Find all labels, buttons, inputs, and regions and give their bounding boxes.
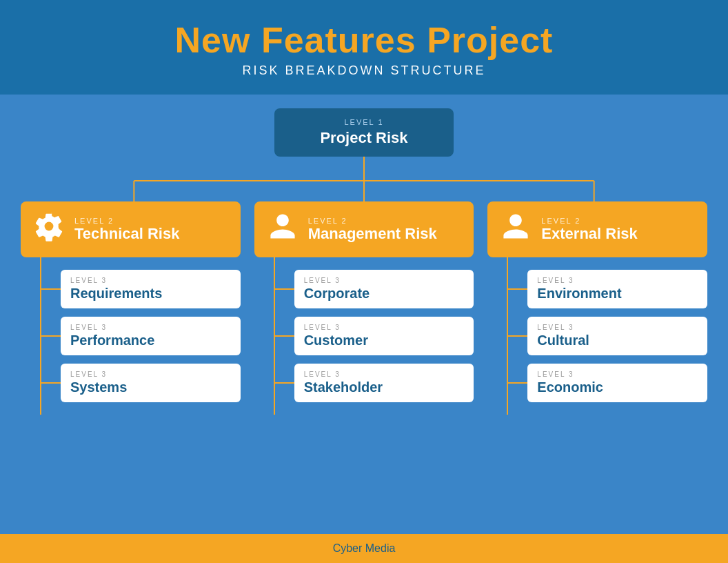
footer-text: Cyber Media <box>333 542 396 554</box>
level3-performance-label: LEVEL 3 <box>70 324 231 331</box>
tree-wrapper: LEVEL 1 Project Risk <box>21 108 707 415</box>
level1-label: LEVEL 1 <box>302 118 426 126</box>
level2-external-text: LEVEL 2 External Risk <box>541 217 637 243</box>
level3-requirements-title: Requirements <box>70 286 162 301</box>
list-item: LEVEL 3 Stakeholder <box>275 364 474 402</box>
external-children-area: LEVEL 3 Environment LEVEL 3 Cultural <box>487 257 707 415</box>
footer: Cyber Media <box>0 534 728 563</box>
person-icon-external <box>498 211 533 248</box>
level3-customer-title: Customer <box>304 333 368 348</box>
level2-node-management: LEVEL 2 Management Risk <box>254 201 474 257</box>
level3-customer-label: LEVEL 3 <box>304 324 465 331</box>
list-item: LEVEL 3 Corporate <box>275 270 474 308</box>
list-item: LEVEL 3 Cultural <box>508 317 707 355</box>
level2-node-technical: LEVEL 2 Technical Risk <box>21 201 241 257</box>
horiz-tick <box>41 382 61 384</box>
person-icon <box>265 211 300 248</box>
horiz-tick <box>508 382 527 384</box>
level2-management-title: Management Risk <box>308 225 437 242</box>
management-children-list: LEVEL 3 Corporate LEVEL 3 Customer <box>275 257 474 415</box>
level2-external-title: External Risk <box>541 225 637 242</box>
level2-management-text: LEVEL 2 Management Risk <box>308 217 437 243</box>
level3-economic-title: Economic <box>537 379 603 395</box>
level2-technical-title: Technical Risk <box>74 225 179 242</box>
level3-node-customer: LEVEL 3 Customer <box>294 317 474 355</box>
technical-children-area: LEVEL 3 Requirements LEVEL 3 Performance <box>21 257 241 415</box>
level3-environment-title: Environment <box>537 286 621 301</box>
connector-svg <box>21 157 707 201</box>
level3-corporate-label: LEVEL 3 <box>304 277 465 284</box>
horiz-tick <box>508 288 527 290</box>
horiz-tick <box>275 335 294 337</box>
gear-icon <box>32 211 66 248</box>
level2-technical-text: LEVEL 2 Technical Risk <box>74 217 179 243</box>
level3-node-stakeholder: LEVEL 3 Stakeholder <box>294 364 474 402</box>
level3-node-environment: LEVEL 3 Environment <box>527 270 707 308</box>
list-item: LEVEL 3 Systems <box>41 364 241 402</box>
page-subtitle: RISK BREAKDOWN STRUCTURE <box>0 63 728 78</box>
list-item: LEVEL 3 Performance <box>41 317 241 355</box>
horiz-tick <box>508 335 527 337</box>
level1-node: LEVEL 1 Project Risk <box>274 108 454 157</box>
list-item: LEVEL 3 Customer <box>275 317 474 355</box>
horiz-tick <box>41 288 61 290</box>
column-external: LEVEL 2 External Risk LEVEL 3 Environmen… <box>487 201 707 415</box>
level3-corporate-title: Corporate <box>304 286 370 301</box>
level3-node-cultural: LEVEL 3 Cultural <box>527 317 707 355</box>
level1-title: Project Risk <box>320 129 407 146</box>
list-item: LEVEL 3 Environment <box>508 270 707 308</box>
page-title: New Features Project <box>0 19 728 61</box>
column-technical: LEVEL 2 Technical Risk LEVEL 3 Requireme… <box>21 201 241 415</box>
level3-performance-title: Performance <box>70 333 154 348</box>
level3-node-corporate: LEVEL 3 Corporate <box>294 270 474 308</box>
level3-node-requirements: LEVEL 3 Requirements <box>61 270 241 308</box>
level3-economic-label: LEVEL 3 <box>537 371 698 378</box>
top-connector <box>21 157 707 201</box>
external-children-list: LEVEL 3 Environment LEVEL 3 Cultural <box>508 257 707 415</box>
level2-node-external: LEVEL 2 External Risk <box>487 201 707 257</box>
list-item: LEVEL 3 Economic <box>508 364 707 402</box>
level3-node-economic: LEVEL 3 Economic <box>527 364 707 402</box>
level3-stakeholder-label: LEVEL 3 <box>304 371 465 378</box>
list-item: LEVEL 3 Requirements <box>41 270 241 308</box>
management-children-area: LEVEL 3 Corporate LEVEL 3 Customer <box>254 257 474 415</box>
level3-systems-label: LEVEL 3 <box>70 371 231 378</box>
technical-children-list: LEVEL 3 Requirements LEVEL 3 Performance <box>41 257 241 415</box>
horiz-tick <box>275 382 294 384</box>
level3-environment-label: LEVEL 3 <box>537 277 698 284</box>
column-management: LEVEL 2 Management Risk LEVEL 3 Corporat… <box>254 201 474 415</box>
level3-node-performance: LEVEL 3 Performance <box>61 317 241 355</box>
level3-systems-title: Systems <box>70 379 127 395</box>
level3-node-systems: LEVEL 3 Systems <box>61 364 241 402</box>
main-content: LEVEL 1 Project Risk <box>0 95 728 534</box>
horiz-tick <box>275 288 294 290</box>
level3-requirements-label: LEVEL 3 <box>70 277 231 284</box>
level2-technical-label: LEVEL 2 <box>74 217 179 225</box>
level3-cultural-title: Cultural <box>537 333 589 348</box>
level2-external-label: LEVEL 2 <box>541 217 637 225</box>
horiz-tick <box>41 335 61 337</box>
columns-area: LEVEL 2 Technical Risk LEVEL 3 Requireme… <box>21 201 707 415</box>
level3-stakeholder-title: Stakeholder <box>304 379 383 395</box>
header: New Features Project RISK BREAKDOWN STRU… <box>0 0 728 95</box>
level2-management-label: LEVEL 2 <box>308 217 437 225</box>
level3-cultural-label: LEVEL 3 <box>537 324 698 331</box>
